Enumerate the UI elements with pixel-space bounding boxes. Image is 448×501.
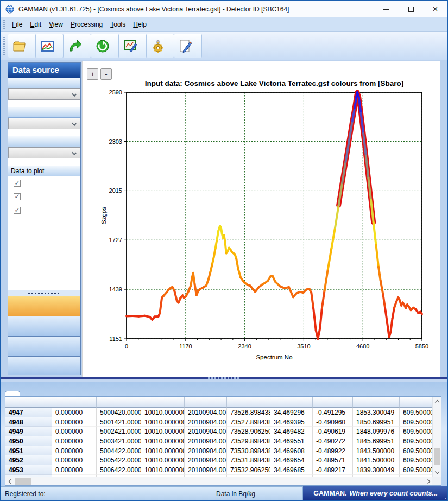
table-cell: 5004422.0000	[97, 446, 141, 456]
table-cell: 1853.300049	[353, 408, 400, 417]
tab-processed-data[interactable]	[20, 391, 34, 396]
highlight-selection-checkbox-row: ✓	[8, 204, 80, 217]
highlight-selection-checkbox[interactable]: ✓	[14, 207, 21, 214]
scrollbar-corner	[432, 477, 441, 485]
app-window: GAMMAN (v1.31.61.725) - [Cosmics above L…	[0, 0, 448, 501]
svg-text:5850: 5850	[415, 343, 428, 350]
toolbar-grip[interactable]	[3, 37, 5, 55]
horizontal-scroll-thumb[interactable]	[15, 478, 31, 485]
menu-file[interactable]: File	[8, 17, 26, 32]
chart-plot[interactable]: 0117023403510468058501151143917272015230…	[83, 61, 440, 377]
table-cell: 10010.000000	[141, 417, 185, 427]
scroll-up-button[interactable]	[433, 397, 441, 405]
column-header-st[interactable]	[52, 397, 97, 408]
tagged-records-checkbox[interactable]: ✓	[14, 193, 21, 200]
minimize-button[interactable]	[374, 1, 399, 17]
pencil-icon	[179, 39, 193, 53]
y-axis-dropdown[interactable]	[8, 118, 80, 129]
table-cell: 34.469482	[270, 427, 313, 436]
horizontal-splitter[interactable]	[1, 377, 447, 382]
table-row[interactable]: 49470.0000005000420.000010010.0000002010…	[5, 408, 433, 417]
table-cell: 0.000000	[52, 465, 97, 475]
selection-button[interactable]	[64, 34, 91, 58]
table-cell: 1841.500000	[353, 455, 400, 465]
horizontal-scrollbar[interactable]	[5, 477, 433, 485]
column-header-sxgps[interactable]	[270, 397, 313, 408]
status-bar: Registered to: Data in Bq/kg GAMMAN. Whe…	[1, 486, 447, 501]
sidebar-nav-data-source[interactable]	[8, 296, 80, 316]
svg-text:2303: 2303	[109, 138, 122, 145]
column-header-sdate[interactable]	[185, 397, 227, 408]
menu-help[interactable]: Help	[129, 17, 150, 32]
data-units-label: Data in Bq/kg	[212, 486, 303, 500]
table-row[interactable]: 49490.0000005002421.000010010.0000002010…	[5, 427, 433, 436]
table-cell: 73527.898438	[227, 417, 270, 427]
table-cell: 73532.906250	[227, 465, 270, 475]
z-axis-label	[8, 136, 80, 147]
menu-view[interactable]: View	[45, 17, 67, 32]
chevron-up-icon	[435, 399, 439, 404]
sidebar-splitter[interactable]	[8, 290, 80, 296]
scroll-left-button[interactable]	[5, 477, 14, 486]
plot-button[interactable]	[119, 34, 147, 58]
menu-processing[interactable]: Processing	[67, 17, 106, 32]
svg-text:1439: 1439	[109, 286, 122, 293]
table-row[interactable]: 49500.0000005003421.000010010.0000002010…	[5, 436, 433, 446]
tab-raw-data[interactable]	[5, 391, 20, 396]
menu-tools[interactable]: Tools	[106, 17, 129, 32]
x-axis-dropdown[interactable]	[8, 88, 80, 100]
plot-settings-button[interactable]	[147, 34, 174, 58]
table-row[interactable]: 49530.0000005006422.000010010.0000002010…	[5, 465, 433, 475]
column-header-sralt[interactable]	[400, 397, 433, 408]
resize-grip[interactable]	[445, 498, 446, 499]
table-cell: 0.000000	[52, 408, 97, 417]
table-cell: 10010.000000	[141, 446, 185, 456]
column-header-swayp[interactable]	[141, 397, 185, 408]
column-header-stime[interactable]	[227, 397, 270, 408]
process-all-button[interactable]	[91, 34, 119, 58]
table-cell: 5006422.0000	[97, 465, 141, 475]
column-header-clocktime[interactable]	[97, 397, 141, 408]
column-header-spectrum-no[interactable]	[5, 397, 52, 408]
menu-grip[interactable]	[3, 20, 5, 29]
normal-records-checkbox[interactable]: ✓	[14, 180, 21, 187]
close-button[interactable]: ×	[423, 1, 447, 17]
open-button[interactable]	[8, 34, 36, 58]
plot-icon	[123, 39, 137, 53]
table-cell: 34.469296	[270, 408, 313, 417]
brand-tagline: When every count counts...	[349, 490, 438, 497]
vertical-scroll-thumb[interactable]	[434, 448, 440, 465]
table-row[interactable]: 49480.0000005001421.000010010.0000002010…	[5, 417, 433, 427]
table-cell: 34.469685	[270, 465, 313, 475]
vertical-scrollbar[interactable]	[432, 397, 441, 477]
table-cell: 1843.500000	[353, 446, 400, 456]
table-row[interactable]: 49520.0000005005422.000010010.0000002010…	[5, 455, 433, 465]
table-cell: 609.500000	[400, 455, 433, 465]
column-header-szgps[interactable]	[353, 397, 400, 408]
sidebar-nav-z-range[interactable]	[8, 316, 80, 336]
table-cell: 20100904.000	[185, 436, 227, 446]
menu-edit[interactable]: Edit	[26, 17, 45, 32]
table-cell: 609.500000	[400, 465, 433, 475]
view-log-button[interactable]	[174, 34, 202, 58]
sidebar-nav-tagging[interactable]	[8, 336, 80, 356]
scroll-right-button[interactable]	[424, 477, 433, 486]
spec-view-button[interactable]	[36, 34, 64, 58]
table-cell: -0.489922	[313, 446, 353, 456]
maximize-button[interactable]	[399, 1, 423, 17]
svg-text:0: 0	[125, 343, 128, 350]
selection-arrow-icon	[68, 39, 82, 53]
column-header-sygps[interactable]	[313, 397, 353, 408]
normal-records-checkbox-row: ✓	[8, 176, 80, 190]
table-cell: 1848.099976	[353, 427, 400, 436]
table-cell: 34.469654	[270, 455, 313, 465]
table-row[interactable]: 49510.0000005004422.000010010.0000002010…	[5, 446, 433, 456]
table-cell: 73530.898438	[227, 446, 270, 456]
tab-airborne-fsa[interactable]	[34, 391, 48, 396]
table-cell: 10010.000000	[141, 408, 185, 417]
table-cell: 34.469395	[270, 417, 313, 427]
scroll-down-button[interactable]	[433, 468, 441, 477]
z-axis-dropdown[interactable]	[8, 147, 80, 158]
svg-text:3510: 3510	[297, 343, 310, 350]
table-cell: 1845.699951	[353, 436, 400, 446]
